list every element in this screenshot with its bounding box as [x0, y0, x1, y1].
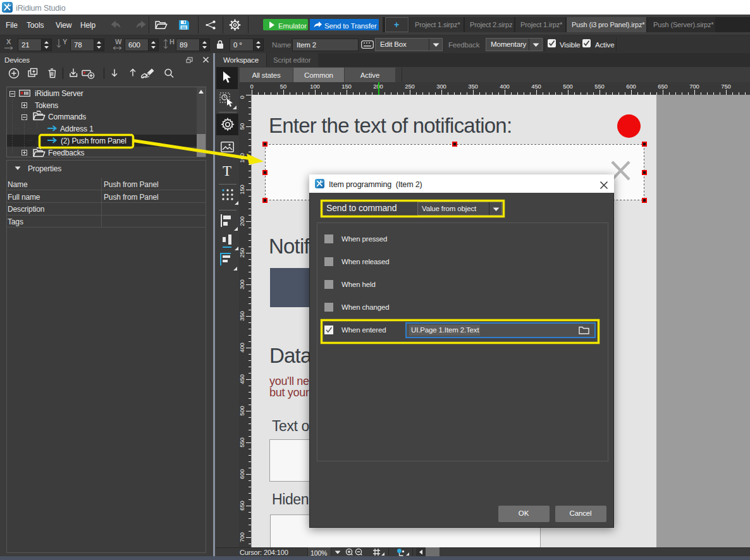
svg-text:750: 750 [721, 83, 730, 90]
svg-text:0: 0 [250, 83, 253, 90]
svg-text:400: 400 [239, 343, 245, 352]
svg-text:600: 600 [626, 83, 636, 90]
svg-text:250: 250 [239, 248, 245, 257]
svg-text:550: 550 [239, 437, 245, 447]
svg-text:150: 150 [341, 83, 351, 90]
svg-text:650: 650 [239, 501, 245, 510]
svg-text:300: 300 [436, 83, 446, 90]
svg-text:550: 550 [594, 83, 604, 90]
svg-text:250: 250 [405, 83, 414, 90]
svg-text:700: 700 [689, 83, 699, 90]
svg-text:400: 400 [500, 83, 509, 90]
svg-text:450: 450 [531, 83, 541, 90]
svg-text:300: 300 [239, 279, 245, 289]
svg-text:350: 350 [239, 311, 245, 320]
svg-text:50: 50 [280, 83, 286, 90]
svg-text:500: 500 [563, 83, 572, 90]
svg-text:0: 0 [239, 95, 245, 99]
svg-text:450: 450 [239, 374, 245, 384]
svg-text:200: 200 [239, 216, 245, 226]
svg-text:650: 650 [658, 83, 667, 90]
svg-text:350: 350 [468, 83, 477, 90]
svg-text:100: 100 [310, 83, 319, 90]
svg-text:700: 700 [239, 532, 245, 542]
svg-text:500: 500 [239, 406, 245, 415]
svg-text:600: 600 [239, 469, 245, 478]
svg-text:150: 150 [239, 185, 245, 194]
svg-text:50: 50 [239, 123, 245, 130]
